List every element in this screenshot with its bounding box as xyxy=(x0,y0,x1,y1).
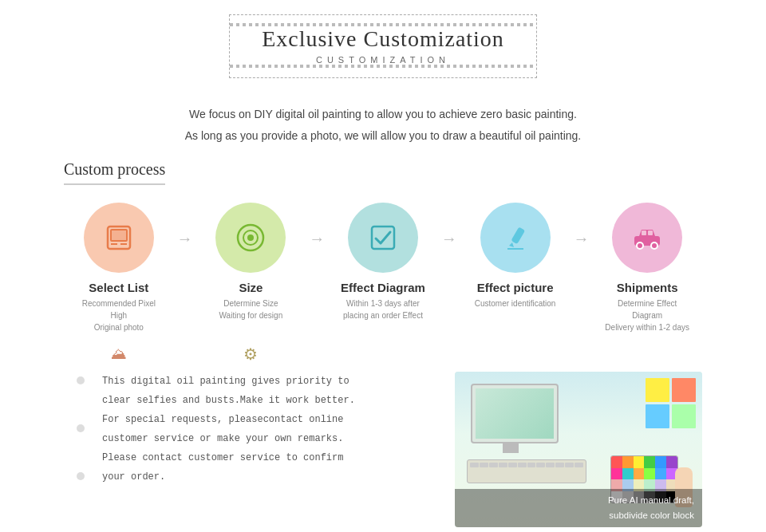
step4-circle xyxy=(480,203,551,273)
monitor-screen xyxy=(476,388,554,439)
step1-label: Select List xyxy=(89,281,148,294)
step-size: Size Determine SizeWaiting for design xyxy=(196,203,306,321)
keyboard-keys xyxy=(468,460,586,470)
step2-desc: Determine SizeWaiting for design xyxy=(219,298,283,321)
caption-line1: Pure AI manual draft, xyxy=(608,495,694,505)
key xyxy=(527,463,536,467)
sub-title: CUSTOMIZATION xyxy=(262,55,504,65)
step5-label: Shipments xyxy=(617,281,678,294)
svg-rect-14 xyxy=(648,231,653,235)
svg-rect-9 xyxy=(511,227,525,245)
side-dots xyxy=(77,372,85,487)
mini-icon-empty3 xyxy=(328,345,438,364)
dot3 xyxy=(77,472,85,480)
bottom-text-content: This digital oil painting gives priority… xyxy=(102,372,355,487)
color-cell xyxy=(666,456,677,468)
pen-icon xyxy=(499,222,531,254)
color-cell xyxy=(644,456,655,468)
mini-icon-empty4 xyxy=(460,345,571,364)
steps-row: Select List Recommended Pixel HighOrigin… xyxy=(64,203,702,333)
gear-icon: ⚙ xyxy=(243,345,258,364)
svg-point-16 xyxy=(638,243,642,248)
bottom-paragraph: This digital oil painting gives priority… xyxy=(102,376,355,483)
process-title: Custom process xyxy=(64,160,165,185)
step3-label: Effect Diagram xyxy=(341,281,425,294)
step2-circle xyxy=(215,203,286,273)
step4-label: Effect picture xyxy=(477,281,554,294)
key xyxy=(499,463,507,467)
arrow-space1 xyxy=(174,345,196,364)
key xyxy=(565,463,574,467)
svg-point-7 xyxy=(247,234,254,241)
desk-scene: Pure AI manual draft, subdivide color bl… xyxy=(455,372,702,527)
header-section: Exclusive Customization CUSTOMIZATION xyxy=(0,0,766,86)
svg-rect-13 xyxy=(642,231,646,235)
keyboard xyxy=(467,459,586,483)
key xyxy=(546,463,555,467)
svg-marker-10 xyxy=(509,242,514,247)
arrow1: → xyxy=(174,230,196,248)
sticky-yellow xyxy=(646,378,669,402)
mini-icon-gear-slot: ⚙ xyxy=(196,345,306,364)
key xyxy=(489,463,498,467)
bottom-section: This digital oil painting gives priority… xyxy=(0,372,766,527)
arrow3: → xyxy=(438,230,460,248)
step3-desc: Within 1-3 days afterplacing an order Ef… xyxy=(343,298,423,321)
color-cell xyxy=(655,468,666,480)
svg-point-18 xyxy=(652,243,657,248)
step-effect-picture: Effect picture Customer identification xyxy=(460,203,571,309)
step5-circle xyxy=(612,203,682,273)
sticky-notes xyxy=(646,378,696,428)
arrow-space4 xyxy=(570,345,592,364)
key xyxy=(536,463,545,467)
step-shipments: Shipments Determine Effect DiagramDelive… xyxy=(592,203,702,333)
color-cell xyxy=(611,468,622,480)
step3-circle xyxy=(348,203,418,273)
color-cell xyxy=(622,456,634,468)
dot1 xyxy=(77,376,85,384)
bottom-left: This digital oil painting gives priority… xyxy=(64,372,439,527)
process-section: Custom process Select List Recommended P… xyxy=(0,154,766,333)
image-caption: Pure AI manual draft, subdivide color bl… xyxy=(455,489,702,527)
key xyxy=(480,463,488,467)
mountain-icon: ⛰ xyxy=(111,345,127,364)
key xyxy=(508,463,517,467)
checkmark-icon xyxy=(367,222,399,254)
step2-label: Size xyxy=(239,281,263,294)
dot2 xyxy=(77,424,85,432)
color-cell xyxy=(655,456,666,468)
right-image-box: Pure AI manual draft, subdivide color bl… xyxy=(455,372,702,527)
key xyxy=(518,463,527,467)
arrow2: → xyxy=(306,230,328,248)
mini-icon-empty5 xyxy=(592,345,702,364)
target-icon xyxy=(235,222,267,254)
step-select-list: Select List Recommended Pixel HighOrigin… xyxy=(64,203,174,333)
svg-rect-1 xyxy=(111,230,127,241)
list-icon xyxy=(103,222,135,254)
description-section: We focus on DIY digital oil painting to … xyxy=(0,86,766,154)
arrow-space2 xyxy=(306,345,328,364)
key xyxy=(470,463,479,467)
monitor xyxy=(471,384,559,443)
color-cell xyxy=(644,468,655,480)
color-cell xyxy=(634,456,645,468)
title-border-box: Exclusive Customization CUSTOMIZATION xyxy=(229,14,537,78)
sticky-orange xyxy=(672,378,696,402)
step1-desc: Recommended Pixel HighOriginal photo xyxy=(75,298,163,333)
key xyxy=(574,463,583,467)
description-line2: As long as you provide a photo, we will … xyxy=(48,125,718,147)
color-cell xyxy=(611,456,622,468)
main-title: Exclusive Customization xyxy=(262,26,504,52)
step-effect-diagram: Effect Diagram Within 1-3 days afterplac… xyxy=(328,203,438,321)
mini-icon-mountain-slot: ⛰ xyxy=(64,345,174,364)
monitor-stand xyxy=(503,443,519,453)
mini-icons-row: ⛰ ⚙ xyxy=(0,345,766,364)
step5-desc: Determine Effect DiagramDelivery within … xyxy=(603,298,691,333)
arrow-space3 xyxy=(438,345,460,364)
step4-desc: Customer identification xyxy=(475,298,556,309)
color-cell xyxy=(634,468,645,480)
color-cell xyxy=(622,468,634,480)
sticky-blue xyxy=(646,404,669,428)
car-icon xyxy=(630,220,665,255)
sticky-green xyxy=(672,404,696,428)
